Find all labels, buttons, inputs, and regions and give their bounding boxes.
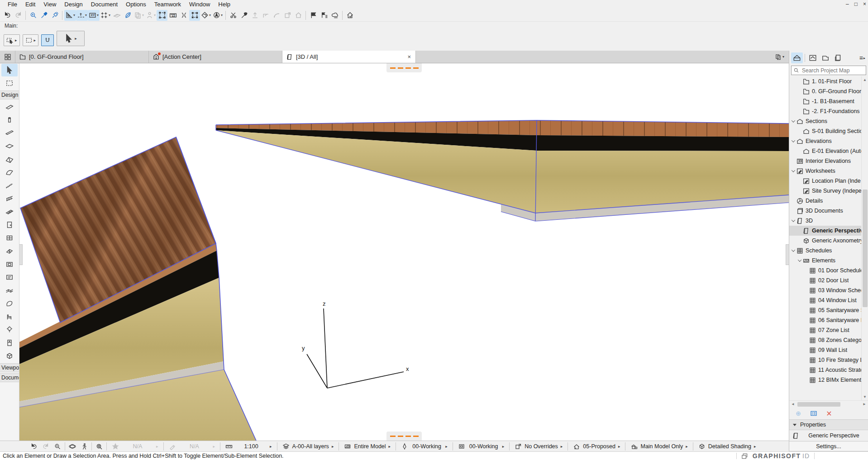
- tree-item-elements[interactable]: Elements: [789, 256, 861, 266]
- stretch-zones-button[interactable]: [178, 10, 189, 21]
- bottom-palette-handle[interactable]: [386, 432, 422, 441]
- toolbox-section-documents[interactable]: Docume: [0, 373, 19, 382]
- model-view-options-dropdown[interactable]: 00-Working▸: [454, 441, 508, 451]
- expand-chevron-icon[interactable]: [796, 259, 802, 262]
- graphisoft-id[interactable]: GRAPHISOFT ID: [736, 452, 815, 460]
- arrow-tool[interactable]: [1, 64, 18, 76]
- markup-list-button[interactable]: [319, 10, 329, 21]
- view-settings-icon[interactable]: [809, 409, 818, 418]
- scroll-left-icon[interactable]: ◄: [789, 402, 796, 406]
- 3d-cutting-planes-button[interactable]: ▾: [200, 10, 212, 21]
- tree-item-0-gf-ground-floor[interactable]: 0. GF-Ground Floor: [789, 86, 861, 96]
- tree-vertical-scrollbar[interactable]: ▲ ▼: [861, 76, 868, 400]
- mesh-tool[interactable]: [1, 284, 18, 297]
- favorites-dropdown[interactable]: N/A▸: [108, 441, 162, 451]
- toolbox-section-design[interactable]: Design: [0, 90, 19, 100]
- tree-item-2-f1-foundations[interactable]: -2. F1-Foundations: [789, 106, 861, 116]
- find-select-button[interactable]: [28, 10, 38, 21]
- marquee-adjust-button[interactable]: [189, 10, 200, 21]
- edit-selection-set-button[interactable]: [157, 10, 167, 21]
- fit-in-window-button[interactable]: [93, 441, 105, 451]
- tab-list-button[interactable]: ▾: [770, 51, 789, 63]
- view-map-button[interactable]: [807, 52, 819, 63]
- view-settings-button[interactable]: Settings...: [789, 441, 868, 451]
- orbit-button[interactable]: [67, 441, 78, 451]
- stair-tool[interactable]: [1, 179, 18, 192]
- slab-tool[interactable]: [1, 140, 18, 152]
- markup-cloud-button[interactable]: [329, 10, 340, 21]
- tree-item-1-b1-basement[interactable]: -1. B1-Basement: [789, 96, 861, 106]
- tree-item-worksheets[interactable]: Worksheets: [789, 166, 861, 176]
- railing-tool[interactable]: [1, 192, 18, 205]
- toolbox-section-viewpoints[interactable]: Viewpoi: [0, 363, 19, 372]
- menu-design[interactable]: Design: [60, 0, 86, 9]
- search-input[interactable]: [801, 67, 864, 74]
- pick-up-parameters-button[interactable]: [38, 10, 49, 21]
- opening-tool[interactable]: [1, 258, 18, 270]
- add-view-icon[interactable]: ⊕: [794, 409, 803, 418]
- tree-item-details[interactable]: Details: [789, 196, 861, 206]
- explore-walk-button[interactable]: [78, 441, 90, 451]
- scroll-down-icon[interactable]: ▼: [862, 394, 868, 400]
- tree-item-3d-documents[interactable]: 3D Documents: [789, 206, 861, 216]
- magnet-snap-toggle-button[interactable]: [41, 34, 54, 46]
- menu-help[interactable]: Help: [214, 0, 234, 9]
- tree-item-01-door-schedule[interactable]: 01 Door Schedule: [789, 266, 861, 275]
- roof-tool[interactable]: [1, 153, 18, 166]
- tree-item-elevations[interactable]: Elevations: [789, 136, 861, 146]
- menu-file[interactable]: File: [4, 0, 21, 9]
- copy-paste-button[interactable]: ▾: [133, 10, 145, 21]
- graphic-overrides-dropdown[interactable]: No Overrides▸: [511, 441, 566, 451]
- minimize-button[interactable]: –: [846, 1, 849, 7]
- tree-item-e-01-elevation-auto[interactable]: E-01 Elevation (Auto: [789, 146, 861, 156]
- expand-chevron-icon[interactable]: [790, 249, 796, 252]
- scale-dropdown[interactable]: 1:100▸: [222, 441, 276, 451]
- design-options-dropdown[interactable]: Main Model Only▸: [627, 441, 691, 451]
- tab-close-icon[interactable]: ×: [406, 53, 412, 60]
- renovation-filter-dropdown[interactable]: 05-Proposed▸: [569, 441, 624, 451]
- menu-document[interactable]: Document: [87, 0, 122, 9]
- tree-item-07-zone-list[interactable]: 07 Zone List: [789, 325, 861, 335]
- split-elements-button[interactable]: [228, 10, 238, 21]
- beam-tool[interactable]: [1, 127, 18, 139]
- tree-item-09-wall-list[interactable]: 09 Wall List: [789, 345, 861, 355]
- flag-marker-button[interactable]: [308, 10, 319, 21]
- window-tool[interactable]: [1, 232, 18, 244]
- tree-horizontal-scrollbar[interactable]: ◄ ►: [789, 400, 868, 408]
- door-tool[interactable]: [1, 218, 18, 231]
- tab-overview-button[interactable]: [0, 51, 15, 63]
- scroll-up-icon[interactable]: ▲: [862, 76, 868, 83]
- zone-tool[interactable]: [1, 271, 18, 284]
- ghost-position-button[interactable]: ▾: [145, 10, 157, 21]
- layer-combination-dropdown[interactable]: A-00-All layers▸: [279, 441, 338, 451]
- coordinate-input-button[interactable]: XY▾: [88, 10, 100, 21]
- tree-item-02-door-list[interactable]: 02 Door List: [789, 275, 861, 285]
- undo-button[interactable]: [2, 10, 13, 21]
- adjust-elements-button[interactable]: [238, 10, 249, 21]
- skylight-tool[interactable]: [1, 245, 18, 257]
- arrow-tool-button[interactable]: ▸: [57, 31, 85, 46]
- elevate-button[interactable]: [249, 10, 260, 21]
- equipment-tool[interactable]: [1, 337, 18, 349]
- fillet-button[interactable]: [271, 10, 282, 21]
- menu-edit[interactable]: Edit: [21, 0, 39, 9]
- snap-guides-button[interactable]: ▾: [76, 10, 88, 21]
- object-tool[interactable]: [1, 310, 18, 323]
- tree-item-3d[interactable]: 3D: [789, 216, 861, 226]
- trace-reference-button[interactable]: [122, 10, 133, 21]
- sun-settings-button[interactable]: ▾: [212, 10, 224, 21]
- curtain-wall-tool[interactable]: [1, 205, 18, 218]
- tree-item-interior-elevations[interactable]: Interior Elevations: [789, 156, 861, 166]
- tree-item-04-window-list[interactable]: 04 Window List: [789, 295, 861, 305]
- scrollbar-thumb[interactable]: [863, 190, 868, 307]
- tree-item-10-fire-strategy-l[interactable]: 10 Fire Strategy L: [789, 355, 861, 365]
- right-palette-handle[interactable]: [786, 244, 789, 265]
- tree-item-generic-perspective[interactable]: Generic Perspective: [789, 226, 861, 236]
- scroll-right-icon[interactable]: ►: [861, 402, 868, 406]
- tree-item-schedules[interactable]: Schedules: [789, 246, 861, 256]
- lamp-tool[interactable]: [1, 323, 18, 336]
- virtual-trace-button[interactable]: [111, 10, 122, 21]
- tree-item-s-01-building-sectio[interactable]: S-01 Building Sectio: [789, 126, 861, 136]
- tree-item-sections[interactable]: Sections: [789, 116, 861, 126]
- menu-teamwork[interactable]: Teamwork: [150, 0, 185, 9]
